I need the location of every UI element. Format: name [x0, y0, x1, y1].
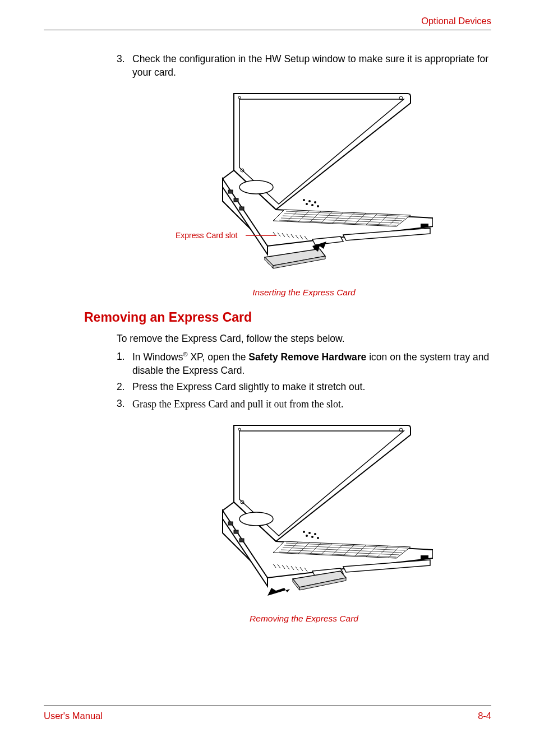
svg-point-21 [314, 201, 316, 203]
footer-page-number: 8-4 [478, 711, 491, 721]
list-item: 3. Check the configuration in the HW Set… [117, 53, 491, 79]
svg-point-22 [306, 203, 308, 205]
figure-caption: Removing the Express Card [117, 614, 491, 624]
intro-paragraph: To remove the Express Card, follow the s… [117, 333, 491, 345]
step-number: 1. [117, 350, 132, 377]
svg-rect-73 [421, 555, 428, 559]
step-number: 2. [117, 381, 132, 394]
svg-rect-27 [239, 207, 244, 210]
page-footer: User's Manual 8-4 [44, 706, 491, 721]
list-item: 3. Grasp the Express Card and pull it ou… [117, 397, 491, 411]
svg-rect-36 [421, 224, 428, 228]
svg-point-19 [303, 199, 305, 201]
figure-caption: Inserting the Express Card [117, 287, 491, 298]
callout-leader-line [246, 235, 276, 236]
svg-rect-64 [239, 539, 244, 542]
svg-point-55 [239, 512, 273, 526]
step-number: 3. [117, 53, 132, 79]
step-text: In Windows® XP, open the Safety Remove H… [132, 350, 491, 377]
header-section-title: Optional Devices [421, 16, 491, 26]
figure-removing [117, 421, 491, 608]
figure-callout-label: Express Card slot [176, 231, 237, 240]
svg-point-23 [311, 204, 313, 206]
svg-rect-63 [234, 530, 238, 534]
svg-point-56 [303, 531, 305, 533]
svg-point-61 [317, 537, 319, 539]
footer-doc-title: User's Manual [44, 711, 103, 721]
svg-rect-26 [234, 198, 238, 202]
svg-point-58 [314, 533, 316, 535]
svg-rect-25 [228, 190, 233, 193]
svg-point-60 [311, 536, 313, 538]
laptop-illustration-icon [175, 89, 433, 280]
svg-rect-62 [228, 522, 233, 525]
step-number: 3. [117, 397, 132, 411]
section-heading: Removing an Express Card [84, 310, 491, 325]
svg-point-18 [239, 180, 273, 194]
list-item: 2. Press the Express Card slightly to ma… [117, 381, 491, 394]
laptop-illustration-icon [175, 421, 433, 606]
svg-point-24 [317, 205, 319, 207]
svg-point-59 [306, 535, 308, 537]
step-text: Grasp the Express Card and pull it out f… [132, 397, 491, 411]
list-item: 1. In Windows® XP, open the Safety Remov… [117, 350, 491, 377]
step-text: Check the configuration in the HW Setup … [132, 53, 491, 79]
step-text: Press the Express Card slightly to make … [132, 381, 491, 394]
svg-point-20 [308, 200, 311, 202]
figure-inserting: Express Card slot [117, 89, 491, 282]
svg-point-57 [308, 532, 311, 534]
